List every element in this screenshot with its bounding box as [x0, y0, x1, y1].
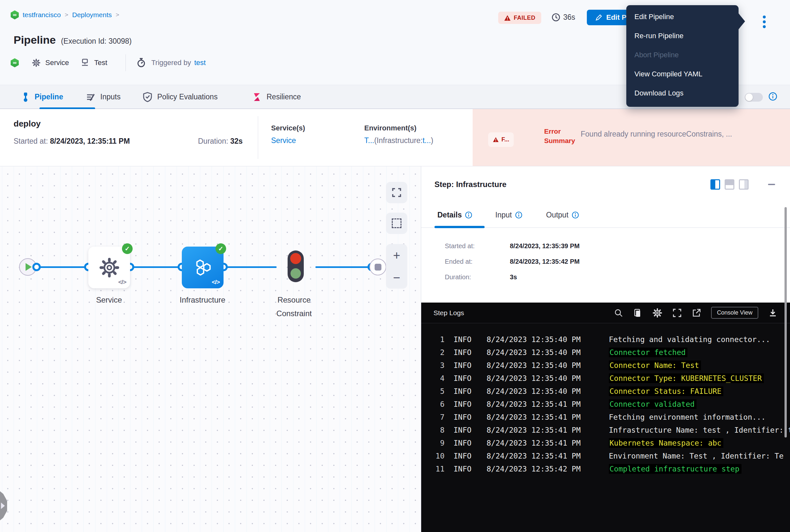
copy-icon[interactable]	[633, 308, 642, 318]
service-step-node[interactable]: ✓ </>	[88, 247, 130, 288]
log-timestamp: 8/24/2023 12:35:41 PM	[486, 426, 584, 434]
log-message: Connector validated	[609, 399, 696, 409]
gear-icon[interactable]	[652, 308, 662, 318]
log-line: 10INFO8/24/2023 12:35:41 PMEnvironment N…	[421, 450, 790, 462]
stage-summary-bar: deploy Started at: 8/24/2023, 12:35:11 P…	[0, 109, 790, 166]
open-external-icon[interactable]	[692, 308, 701, 318]
service-name[interactable]: Service	[45, 59, 69, 67]
tab-policy-evaluations[interactable]: Policy Evaluations	[143, 85, 218, 109]
edge-start-service	[37, 266, 88, 268]
menu-item[interactable]: View Compiled YAML	[626, 64, 738, 83]
log-line-number: 8	[427, 426, 444, 434]
log-line: 6INFO8/24/2023 12:35:41 PMConnector vali…	[421, 398, 790, 411]
layout-right-panel-icon[interactable]	[739, 179, 749, 190]
canvas-select-button[interactable]	[386, 213, 407, 234]
tab-pipeline[interactable]: Pipeline	[21, 85, 63, 109]
log-timestamp: 8/24/2023 12:35:41 PM	[486, 400, 584, 408]
canvas-fullscreen-button[interactable]	[386, 182, 407, 203]
error-summary-text[interactable]: Found already running resourceConstrains…	[581, 130, 785, 138]
log-level: INFO	[454, 374, 474, 382]
log-message: Completed infrastructure step	[609, 464, 741, 474]
expand-left-panel-handle[interactable]	[0, 491, 7, 520]
env-name-truncated[interactable]: T...	[364, 136, 374, 145]
pencil-icon	[595, 14, 602, 21]
zoom-out-button[interactable]: −	[393, 271, 400, 284]
harness-logo-icon: ∞	[11, 11, 19, 19]
panel-scrollbar[interactable]	[785, 207, 787, 437]
step-panel-tabs: Details Input Output	[421, 211, 790, 228]
stop-icon	[374, 264, 381, 270]
pipeline-canvas[interactable]: ✓ </> ✓ </> Service Infrastructure Resou…	[0, 166, 421, 532]
environment-value[interactable]: T...(Infrastructure:t...)	[364, 136, 433, 145]
duration-label: Duration:	[198, 137, 228, 145]
zoom-in-button[interactable]: +	[393, 249, 400, 262]
menu-item: Abort Pipeline	[626, 45, 738, 64]
detail-value: 3s	[510, 273, 517, 281]
step-details-list: Started at:8/24/2023, 12:35:39 PMEnded a…	[421, 238, 790, 285]
minimize-panel-button[interactable]	[768, 184, 775, 185]
resource-constraint-node[interactable]	[288, 250, 304, 282]
tab-output[interactable]: Output	[546, 211, 579, 220]
download-icon[interactable]	[768, 308, 778, 318]
search-icon[interactable]	[614, 308, 623, 318]
stage-name[interactable]: deploy	[14, 119, 41, 129]
tab-input[interactable]: Input	[495, 211, 522, 220]
log-level: INFO	[454, 335, 474, 344]
more-menu: Edit PipelineRe-run PipelineAbort Pipeli…	[626, 5, 738, 107]
breadcrumb-account-link[interactable]: testfrancisco	[23, 11, 61, 19]
edge-infra-constraint	[224, 266, 276, 268]
menu-item[interactable]: Edit Pipeline	[626, 7, 738, 26]
status-label: FAILED	[514, 15, 535, 21]
active-tab-underline	[435, 226, 485, 228]
tab-details[interactable]: Details	[437, 211, 472, 220]
log-level: INFO	[454, 400, 474, 408]
error-status-badge: F...	[488, 132, 514, 147]
log-line: 8INFO8/24/2023 12:35:41 PMInfrastructure…	[421, 423, 790, 437]
log-timestamp: 8/24/2023 12:35:40 PM	[486, 374, 584, 382]
execution-id: (Execution Id: 30098)	[61, 37, 132, 45]
detail-label: Duration:	[445, 273, 510, 281]
menu-item[interactable]: Re-run Pipeline	[626, 26, 738, 45]
service-link[interactable]: Service	[271, 136, 296, 145]
warning-icon	[504, 15, 511, 21]
view-toggle[interactable]	[745, 93, 763, 101]
info-icon	[465, 211, 472, 219]
layout-split-vertical-icon[interactable]	[710, 179, 720, 190]
node-label-service: Service	[73, 293, 144, 307]
toggle-knob	[745, 94, 753, 101]
log-timestamp: 8/24/2023 12:35:41 PM	[486, 439, 584, 447]
log-timestamp: 8/24/2023 12:35:40 PM	[486, 335, 584, 344]
detail-row: Ended at:8/24/2023, 12:35:42 PM	[421, 254, 790, 269]
info-icon	[572, 211, 579, 219]
tab-label: Output	[546, 211, 569, 220]
log-timestamp: 8/24/2023 12:35:42 PM	[486, 465, 584, 473]
end-node[interactable]	[369, 259, 386, 276]
log-level: INFO	[454, 413, 474, 421]
log-message: Connector Type: KUBERNETES_CLUSTER	[609, 374, 764, 383]
log-lines[interactable]: 1INFO8/24/2023 12:35:40 PMFetching and v…	[421, 323, 790, 475]
infrastructure-step-node[interactable]: ✓ </>	[182, 247, 224, 288]
log-line: 3INFO8/24/2023 12:35:40 PMConnector Name…	[421, 359, 790, 372]
layout-split-horizontal-icon[interactable]	[725, 179, 734, 190]
log-line-number: 7	[427, 413, 444, 421]
breadcrumb-deployments-link[interactable]: Deployments	[72, 11, 112, 19]
log-level: INFO	[454, 426, 474, 434]
environment-name[interactable]: Test	[94, 59, 107, 67]
stage-started: Started at: 8/24/2023, 12:35:11 PM	[14, 137, 130, 146]
duration-value: 32s	[230, 137, 243, 145]
error-summary-label: Error Summary	[544, 127, 575, 145]
log-line: 11INFO8/24/2023 12:35:42 PMCompleted inf…	[421, 462, 790, 475]
tab-inputs[interactable]: Inputs	[86, 85, 121, 109]
tab-resilience[interactable]: Resilience	[252, 85, 301, 109]
tab-label: Details	[437, 211, 462, 220]
log-level: INFO	[454, 465, 474, 473]
log-line-number: 3	[427, 361, 444, 369]
fullscreen-icon[interactable]	[672, 308, 682, 318]
info-icon[interactable]	[768, 92, 777, 101]
log-level: INFO	[454, 348, 474, 357]
console-view-button[interactable]: Console View	[711, 307, 758, 319]
menu-item[interactable]: Download Logs	[626, 83, 738, 102]
more-options-button[interactable]	[760, 12, 768, 31]
env-infra-truncated[interactable]: t...	[423, 136, 431, 145]
triggered-by-value[interactable]: test	[194, 59, 206, 67]
